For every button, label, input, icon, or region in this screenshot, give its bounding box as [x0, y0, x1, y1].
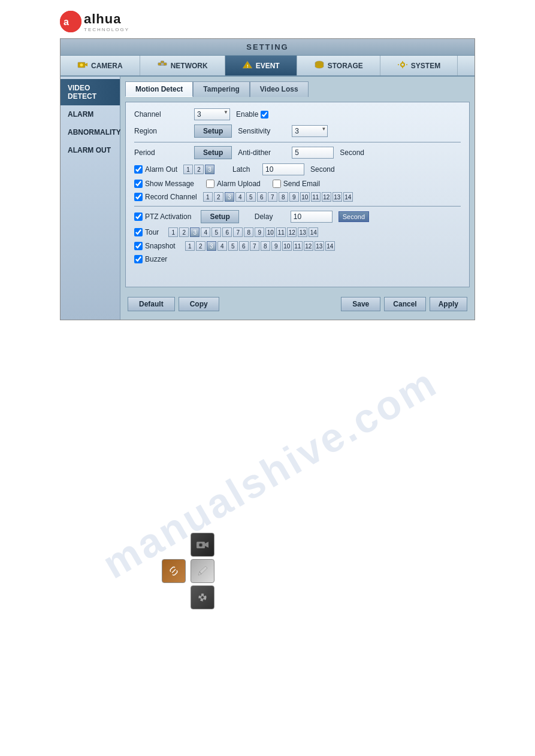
- tab-motion-detect[interactable]: Motion Detect: [125, 81, 193, 97]
- alarm-out-checkbox-label[interactable]: Alarm Out: [134, 165, 177, 174]
- sidebar-item-alarm[interactable]: ALARM: [61, 105, 120, 123]
- apply-button[interactable]: Apply: [430, 297, 467, 311]
- anti-dither-input[interactable]: [292, 147, 334, 159]
- record-channel-checkbox-label[interactable]: Record Channel: [134, 193, 197, 201]
- alarm-out-ch-3[interactable]: 3: [205, 165, 214, 174]
- tour-checkbox[interactable]: [134, 228, 143, 236]
- snap-ch-6[interactable]: 6: [239, 241, 249, 251]
- snap-ch-4[interactable]: 4: [217, 241, 227, 251]
- rec-ch-5[interactable]: 5: [246, 192, 256, 202]
- enable-checkbox[interactable]: [261, 111, 268, 119]
- tab-network[interactable]: NETWORK: [140, 56, 225, 75]
- tour-ch-7[interactable]: 7: [233, 227, 243, 237]
- default-button[interactable]: Default: [128, 297, 175, 311]
- snap-ch-9[interactable]: 9: [271, 241, 281, 251]
- tab-storage[interactable]: STORAGE: [297, 56, 380, 75]
- rec-ch-10[interactable]: 10: [300, 192, 310, 202]
- save-button[interactable]: Save: [341, 297, 380, 311]
- send-email-checkbox[interactable]: [273, 180, 281, 188]
- ptz-activation-checkbox[interactable]: [134, 212, 143, 221]
- show-message-label[interactable]: Show Message: [134, 180, 194, 188]
- snap-ch-11[interactable]: 11: [293, 241, 303, 251]
- tour-ch-10[interactable]: 10: [265, 227, 275, 237]
- rec-ch-11[interactable]: 11: [311, 192, 321, 202]
- sensitivity-select[interactable]: 3 1 2 4 5: [292, 125, 328, 137]
- tour-ch-12[interactable]: 12: [287, 227, 297, 237]
- tab-system[interactable]: SYSTEM: [380, 56, 458, 75]
- alarm-out-ch-2[interactable]: 2: [194, 165, 204, 174]
- rec-ch-9[interactable]: 9: [289, 192, 299, 202]
- snap-ch-12[interactable]: 12: [304, 241, 313, 251]
- snapshot-checkbox-label[interactable]: Snapshot: [134, 242, 176, 250]
- rec-ch-2[interactable]: 2: [214, 192, 223, 202]
- snap-ch-7[interactable]: 7: [250, 241, 259, 251]
- tour-ch-4[interactable]: 4: [201, 227, 210, 237]
- sidebar-item-video-detect[interactable]: VIDEO DETECT: [61, 79, 120, 105]
- alarm-upload-checkbox[interactable]: [206, 180, 214, 188]
- ptz-activation-label[interactable]: PTZ Activation: [134, 212, 191, 221]
- snap-ch-3[interactable]: 3: [207, 241, 216, 251]
- tour-ch-11[interactable]: 11: [276, 227, 286, 237]
- tour-checkbox-label[interactable]: Tour: [134, 228, 159, 236]
- tour-ch-2[interactable]: 2: [179, 227, 189, 237]
- rec-ch-7[interactable]: 7: [268, 192, 277, 202]
- snapshot-row: Snapshot 1 2 3 4 5 6 7 8 9 10: [134, 241, 461, 251]
- setting-title: SETTING: [246, 42, 288, 51]
- snap-ch-14[interactable]: 14: [325, 241, 335, 251]
- sidebar-item-abnormality[interactable]: ABNORMALITY: [61, 123, 120, 141]
- tour-ch-1[interactable]: 1: [168, 227, 178, 237]
- delay-input[interactable]: [291, 211, 333, 223]
- rec-ch-13[interactable]: 13: [333, 192, 342, 202]
- tour-label: Tour: [145, 228, 159, 236]
- rec-ch-6[interactable]: 6: [257, 192, 267, 202]
- alarm-upload-label[interactable]: Alarm Upload: [206, 180, 261, 188]
- delay-unit-text: Second: [343, 213, 365, 220]
- snap-ch-10[interactable]: 10: [282, 241, 292, 251]
- send-email-label[interactable]: Send Email: [273, 180, 320, 188]
- snap-ch-8[interactable]: 8: [261, 241, 270, 251]
- camera-icon-box[interactable]: [191, 533, 214, 557]
- tour-ch-6[interactable]: 6: [222, 227, 232, 237]
- tab-video-loss[interactable]: Video Loss: [250, 81, 309, 97]
- link-icon-box[interactable]: [162, 559, 186, 583]
- rec-ch-14[interactable]: 14: [343, 192, 353, 202]
- gear-icon-box[interactable]: [191, 585, 214, 609]
- channel-select[interactable]: 3 1 2 4: [194, 108, 230, 120]
- region-setup-button[interactable]: Setup: [194, 125, 232, 138]
- rec-ch-3[interactable]: 3: [225, 192, 234, 202]
- buzzer-checkbox-label[interactable]: Buzzer: [134, 255, 167, 263]
- tour-ch-9[interactable]: 9: [255, 227, 264, 237]
- snap-ch-1[interactable]: 1: [185, 241, 195, 251]
- ptz-setup-button[interactable]: Setup: [201, 210, 238, 223]
- latch-input[interactable]: [262, 163, 304, 175]
- tour-ch-13[interactable]: 13: [298, 227, 307, 237]
- tab-event[interactable]: ! EVENT: [225, 56, 297, 75]
- alarm-out-ch-1[interactable]: 1: [183, 165, 193, 174]
- sidebar-item-alarm-out[interactable]: ALARM OUT: [61, 141, 120, 159]
- cancel-button[interactable]: Cancel: [384, 297, 425, 311]
- delay-unit-button[interactable]: Second: [338, 211, 369, 222]
- record-channel-checkbox[interactable]: [134, 193, 143, 201]
- tour-ch-8[interactable]: 8: [244, 227, 253, 237]
- show-message-checkbox[interactable]: [134, 180, 143, 188]
- tab-video-loss-label: Video Loss: [260, 85, 298, 93]
- tab-tampering[interactable]: Tampering: [193, 81, 249, 97]
- tour-ch-14[interactable]: 14: [309, 227, 318, 237]
- period-setup-button[interactable]: Setup: [194, 146, 232, 159]
- pencil-icon-box[interactable]: [191, 559, 214, 583]
- snap-ch-13[interactable]: 13: [315, 241, 324, 251]
- rec-ch-4[interactable]: 4: [235, 192, 245, 202]
- tab-camera[interactable]: CAMERA: [61, 56, 140, 75]
- copy-button[interactable]: Copy: [179, 297, 219, 311]
- alarm-out-checkbox[interactable]: [134, 165, 143, 174]
- snap-ch-5[interactable]: 5: [228, 241, 238, 251]
- rec-ch-8[interactable]: 8: [279, 192, 288, 202]
- logo-icon: a: [60, 11, 81, 32]
- tour-ch-5[interactable]: 5: [211, 227, 221, 237]
- buzzer-checkbox[interactable]: [134, 255, 143, 263]
- rec-ch-12[interactable]: 12: [322, 192, 331, 202]
- snap-ch-2[interactable]: 2: [196, 241, 205, 251]
- snapshot-checkbox[interactable]: [134, 242, 143, 250]
- rec-ch-1[interactable]: 1: [203, 192, 213, 202]
- tour-ch-3[interactable]: 3: [190, 227, 200, 237]
